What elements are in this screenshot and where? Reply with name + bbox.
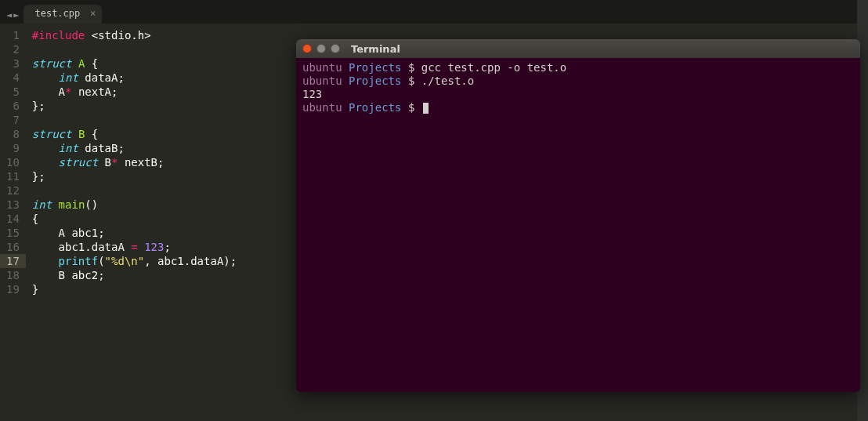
tab-nav-arrows: ◄ ► — [3, 9, 24, 24]
window-maximize-button[interactable] — [331, 44, 340, 53]
code-line[interactable]: B abc2; — [32, 268, 237, 282]
terminal-prompt-line: ubuntu Projects $ gcc test.cpp -o test.o — [302, 61, 854, 74]
terminal-prompt-line: ubuntu Projects $ ./test.o — [302, 74, 854, 88]
line-number: 9 — [6, 141, 20, 155]
tab-test-cpp[interactable]: test.cpp × — [24, 5, 102, 24]
line-number-gutter: 12345678910111213141516171819 — [0, 24, 26, 421]
code-line[interactable]: int main() — [32, 198, 237, 212]
line-number: 7 — [6, 113, 20, 127]
close-icon[interactable]: × — [90, 8, 96, 19]
line-number: 19 — [6, 282, 20, 296]
window-close-button[interactable] — [302, 44, 312, 53]
line-number: 6 — [6, 99, 20, 113]
code-line[interactable]: abc1.dataA = 123; — [32, 240, 237, 254]
line-number: 12 — [6, 183, 20, 198]
line-number: 5 — [6, 85, 20, 99]
line-number: 15 — [6, 226, 20, 240]
tab-label: test.cpp — [34, 8, 80, 19]
code-line[interactable]: struct A { — [32, 56, 237, 71]
window-minimize-button[interactable] — [316, 44, 326, 53]
terminal-prompt-line: ubuntu Projects $ — [302, 101, 854, 114]
code-line[interactable]: struct B* nextB; — [32, 155, 237, 169]
line-number: 1 — [6, 28, 20, 42]
line-number: 4 — [6, 71, 20, 85]
code-content[interactable]: #include <stdio.h> struct A { int dataA;… — [26, 24, 237, 421]
terminal-body[interactable]: ubuntu Projects $ gcc test.cpp -o test.o… — [296, 58, 860, 118]
line-number: 14 — [6, 212, 20, 226]
line-number: 13 — [6, 198, 20, 212]
line-number: 8 — [6, 127, 20, 141]
line-number: 18 — [6, 268, 20, 282]
code-line[interactable]: int dataB; — [32, 141, 237, 155]
terminal-output-line: 123 — [302, 88, 854, 101]
terminal-cursor — [423, 103, 429, 114]
code-line[interactable]: int dataA; — [32, 71, 237, 85]
line-number: 11 — [6, 169, 20, 183]
tab-bar: ◄ ► test.cpp × — [0, 0, 868, 24]
code-line[interactable]: printf("%d\n", abc1.dataA); — [32, 254, 237, 268]
code-line[interactable]: A* nextA; — [32, 85, 237, 99]
code-line[interactable]: #include <stdio.h> — [32, 28, 237, 42]
code-line[interactable]: } — [32, 282, 237, 296]
tab-nav-prev-icon[interactable]: ◄ — [6, 9, 12, 20]
tab-nav-next-icon[interactable]: ► — [13, 9, 19, 20]
line-number: 16 — [6, 240, 20, 254]
terminal-title: Terminal — [351, 43, 400, 55]
terminal-titlebar[interactable]: Terminal — [296, 39, 860, 58]
code-line[interactable] — [32, 42, 237, 56]
code-line[interactable] — [32, 183, 237, 198]
line-number: 3 — [6, 56, 20, 71]
code-line[interactable]: { — [32, 212, 237, 226]
code-line[interactable] — [32, 113, 237, 127]
code-line[interactable]: }; — [32, 169, 237, 183]
terminal-window[interactable]: Terminal ubuntu Projects $ gcc test.cpp … — [296, 39, 860, 392]
code-line[interactable]: A abc1; — [32, 226, 237, 240]
line-number: 2 — [6, 42, 20, 56]
code-line[interactable]: }; — [32, 99, 237, 113]
code-line[interactable]: struct B { — [32, 127, 237, 141]
line-number: 10 — [6, 155, 20, 169]
line-number: 17 — [0, 254, 26, 268]
